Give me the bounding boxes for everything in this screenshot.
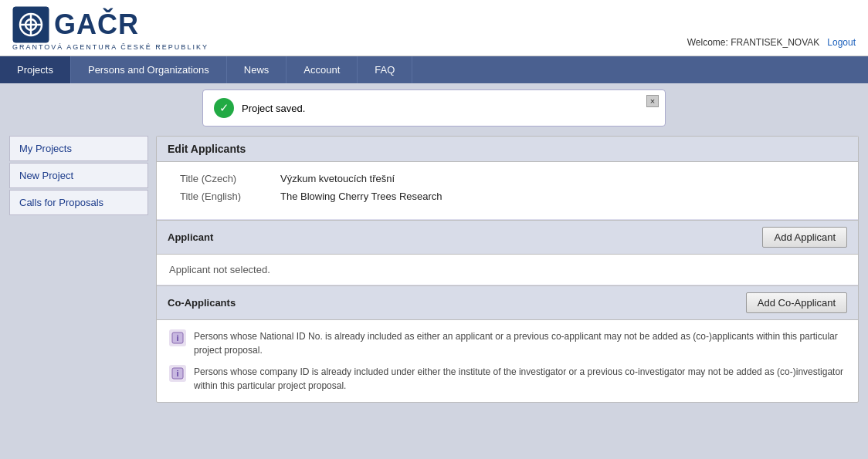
title-english-label: Title (English) (180, 191, 280, 202)
header: GAČR GRANTOVÁ AGENTURA ČESKÉ REPUBLIKY W… (0, 0, 868, 56)
svg-text:i: i (176, 369, 178, 378)
title-czech-value: Výzkum kvetoucích třešní (280, 173, 395, 184)
logo-subtitle: GRANTOVÁ AGENTURA ČESKÉ REPUBLIKY (12, 43, 209, 51)
info-icon-2: i (169, 365, 186, 382)
svg-text:i: i (176, 333, 178, 343)
notification-box: ✓ Project saved. × (202, 89, 666, 127)
sidebar: My Projects New Project Calls for Propos… (9, 136, 148, 459)
sidebar-item-my-projects[interactable]: My Projects (9, 136, 148, 161)
edit-applicants-panel: Edit Applicants Title (Czech) Výzkum kve… (156, 136, 859, 403)
notification-message: Project saved. (242, 103, 305, 114)
info-note-1-text: Persons whose National ID No. is already… (194, 329, 846, 357)
info-notes: i Persons whose National ID No. is alrea… (157, 320, 858, 402)
logo-area: GAČR GRANTOVÁ AGENTURA ČESKÉ REPUBLIKY (12, 6, 209, 51)
project-info: Title (Czech) Výzkum kvetoucích třešní T… (157, 162, 858, 220)
info-icon-1: i (169, 329, 186, 346)
nav-item-persons-orgs[interactable]: Persons and Organizations (71, 56, 227, 83)
title-english-value: The Blowing Cherry Trees Research (280, 191, 442, 202)
co-applicant-section-title: Co-Applicants (168, 297, 236, 309)
title-czech-label: Title (Czech) (180, 173, 280, 184)
info-note-2-text: Persons whose company ID is already incl… (194, 365, 846, 393)
nav-item-projects[interactable]: Projects (0, 56, 71, 83)
panel-title: Edit Applicants (157, 137, 858, 162)
title-english-row: Title (English) The Blowing Cherry Trees… (180, 191, 835, 202)
applicant-empty-text: Applicant not selected. (157, 255, 858, 285)
nav-item-news[interactable]: News (227, 56, 287, 83)
sidebar-item-calls[interactable]: Calls for Proposals (9, 190, 148, 215)
applicant-section-bar: Applicant Add Applicant (157, 220, 858, 255)
nav-item-faq[interactable]: FAQ (358, 56, 412, 83)
notification-close-button[interactable]: × (646, 95, 659, 107)
notification-area: ✓ Project saved. × (0, 83, 868, 127)
add-applicant-button[interactable]: Add Applicant (762, 227, 847, 248)
logo-text: GAČR (54, 8, 139, 41)
user-info: Welcome: FRANTISEK_NOVAK Logout (687, 37, 856, 51)
welcome-text: Welcome: FRANTISEK_NOVAK (687, 37, 820, 48)
sidebar-item-new-project[interactable]: New Project (9, 163, 148, 188)
check-icon: ✓ (214, 98, 234, 118)
applicant-section-title: Applicant (168, 231, 213, 243)
info-note-2: i Persons whose company ID is already in… (169, 365, 846, 393)
title-czech-row: Title (Czech) Výzkum kvetoucích třešní (180, 173, 835, 184)
nav-item-account[interactable]: Account (287, 56, 358, 83)
co-applicant-section-bar: Co-Applicants Add Co-Applicant (157, 285, 858, 320)
main: Edit Applicants Title (Czech) Výzkum kve… (156, 136, 859, 459)
nav: Projects Persons and Organizations News … (0, 56, 868, 83)
info-note-1: i Persons whose National ID No. is alrea… (169, 329, 846, 357)
logout-link[interactable]: Logout (827, 37, 856, 48)
logo-icon-svg (12, 6, 49, 43)
logo-graphic: GAČR (12, 6, 139, 43)
add-co-applicant-button[interactable]: Add Co-Applicant (746, 292, 847, 313)
content: My Projects New Project Calls for Propos… (0, 127, 868, 459)
